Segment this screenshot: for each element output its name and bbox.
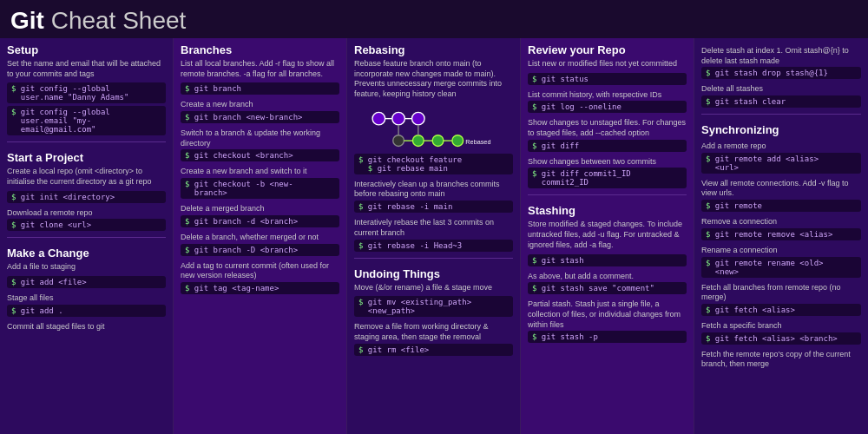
svg-point-9 <box>451 135 463 146</box>
col-review: Review your Repo List new or modified fi… <box>521 38 694 434</box>
title-git: Git <box>10 7 44 34</box>
git-fetch-alias-cmd: $ git fetch <alias> <box>701 304 861 316</box>
svg-point-1 <box>391 112 404 125</box>
delete-any-branch-label: Delete a branch, whether merged or not <box>181 233 339 243</box>
remove-file-label: Remove a file from working directory & s… <box>354 322 513 342</box>
git-diff-cmd: $ git diff <box>528 140 687 152</box>
stashing-title: Stashing <box>528 204 687 217</box>
show-between-commits-label: Show changes between two commits <box>528 157 687 168</box>
stashing-desc: Store modified & staged changes. To incl… <box>528 220 687 250</box>
undoing-title: Undoing Things <box>354 267 513 280</box>
make-change-title: Make a Change <box>7 247 166 260</box>
review-title: Review your Repo <box>528 43 687 56</box>
stage-all-label: Stage all files <box>7 293 166 304</box>
divider-4 <box>528 194 687 195</box>
col-sync: Delete stash at index 1. Omit stash@{n} … <box>694 38 868 434</box>
fetch-all-branches-label: Fetch all branches from remote repo (no … <box>701 283 861 303</box>
review-desc: List new or modified files not yet commi… <box>528 59 687 69</box>
git-rebase-i-head3-cmd: $ git rebase -i Head~3 <box>354 240 513 252</box>
git-remote-remove-cmd: $ git remote remove <alias> <box>701 228 861 240</box>
git-init-cmd: $ git init <directory> <box>7 191 166 203</box>
git-mv-cmd: $ git mv <existing_path> <new_path> <box>354 296 513 317</box>
make-change-desc: Add a file to staging <box>7 262 166 273</box>
git-stash-cmd: $ git stash <box>528 254 687 266</box>
main-grid: Setup Set the name and email that will b… <box>0 38 868 434</box>
git-checkout-b-cmd: $ git checkout -b <new- branch> <box>181 178 339 199</box>
setup-cmd1: $ git config --global user.name "Danny A… <box>7 82 166 103</box>
view-remote-connections-label: View all remote connections. Add -v flag… <box>701 179 861 199</box>
remove-connection-label: Remove a connection <box>701 217 861 227</box>
title-cheatsheet: Cheat Sheet <box>51 7 187 34</box>
git-stash-drop-cmd: $ git stash drop stash@{1} <box>701 67 861 79</box>
interactive-clean-label: Interactively clean up a branches commit… <box>354 180 513 200</box>
git-stash-clear-cmd: $ git stash clear <box>701 95 861 108</box>
git-remote-cmd: $ git remote <box>701 200 861 212</box>
divider-1 <box>7 141 166 142</box>
git-add-file-cmd: $ git add <file> <box>7 276 166 288</box>
svg-text:Rebased: Rebased <box>465 137 490 145</box>
git-log-cmd: $ git log --oneline <box>528 101 687 113</box>
rebase-svg: Rebased <box>360 107 508 150</box>
setup-title: Setup <box>7 43 166 56</box>
commit-staged-label: Commit all staged files to git <box>7 322 166 332</box>
rebasing-desc: Rebase feature branch onto main (to inco… <box>354 59 513 100</box>
branches-desc: List all local branches. Add -r flag to … <box>181 59 339 79</box>
download-remote-label: Download a remote repo <box>7 208 166 219</box>
svg-point-0 <box>372 112 385 125</box>
branches-title: Branches <box>181 43 339 56</box>
svg-point-8 <box>432 135 444 146</box>
stash-drop-desc: Delete stash at index 1. Omit stash@{n} … <box>701 46 861 66</box>
git-clone-cmd: $ git clone <url> <box>7 219 166 231</box>
rebase-diagram: Rebased <box>354 107 513 150</box>
tag-commit-label: Add a tag to current commit (often used … <box>181 261 339 281</box>
add-remote-label: Add a remote repo <box>701 141 861 152</box>
fetch-specific-branch-label: Fetch a specific branch <box>701 321 861 332</box>
git-diff-commits-cmd: $ git diff commit1_ID commit2_ID <box>528 168 687 188</box>
rename-connection-label: Rename a connection <box>701 246 861 256</box>
git-status-cmd: $ git status <box>528 73 687 85</box>
synchronizing-title: Synchronizing <box>701 123 861 136</box>
setup-cmd2: $ git config --global user.email "my- em… <box>7 106 166 135</box>
fetch-remote-copy-label: Fetch the remote repo's copy of the curr… <box>701 350 861 370</box>
git-tag-cmd: $ git tag <tag-name> <box>181 282 339 294</box>
svg-point-6 <box>392 135 404 146</box>
start-project-desc: Create a local repo (omit <directory> to… <box>7 167 166 187</box>
svg-point-7 <box>412 135 424 146</box>
git-rebase-i-main-cmd: $ git rebase -i main <box>354 201 513 213</box>
col-setup: Setup Set the name and email that will b… <box>0 38 174 434</box>
delete-all-stashes-label: Delete all stashes <box>701 84 861 95</box>
create-branch-label: Create a new branch <box>181 100 339 110</box>
stash-comment-label: As above, but add a comment. <box>528 272 687 282</box>
partial-stash-label: Partial stash. Stash just a single file,… <box>528 299 687 330</box>
git-stash-save-cmd: $ git stash save "comment" <box>528 282 687 294</box>
start-project-title: Start a Project <box>7 151 166 164</box>
svg-point-2 <box>411 112 424 125</box>
git-remote-rename-cmd: $ git remote rename <old> <new> <box>701 257 861 278</box>
show-unstaged-label: Show changes to unstaged files. For chan… <box>528 118 687 138</box>
divider-2 <box>7 237 166 238</box>
rebase-last3-label: Interatively rebase the last 3 commits o… <box>354 218 513 238</box>
rebasing-title: Rebasing <box>354 43 513 56</box>
undoing-desc: Move (&/or rename) a file & stage move <box>354 283 513 293</box>
setup-desc: Set the name and email that will be atta… <box>7 59 166 79</box>
create-switch-branch-label: Create a new branch and switch to it <box>181 167 339 177</box>
switch-branch-label: Switch to a branch & update the working … <box>181 128 339 148</box>
git-checkout-feature-cmd: $ git checkout feature $ git rebase main <box>354 154 513 174</box>
git-branch-cmd: $ git branch <box>181 82 339 95</box>
git-rm-cmd: $ git rm <file> <box>354 344 513 356</box>
divider-5 <box>701 114 861 115</box>
list-commit-history-label: List commit history, with respective IDs <box>528 90 687 101</box>
git-branch-D-cmd: $ git branch -D <branch> <box>181 244 339 256</box>
col-rebase: Rebasing Rebase feature branch onto main… <box>347 38 521 434</box>
git-branch-d-cmd: $ git branch -d <branch> <box>181 215 339 227</box>
git-remote-add-cmd: $ git remote add <alias> <url> <box>701 153 861 174</box>
git-fetch-branch-cmd: $ git fetch <alias> <branch> <box>701 332 861 345</box>
header: Git Cheat Sheet <box>0 0 868 38</box>
delete-merged-label: Delete a merged branch <box>181 204 339 214</box>
divider-3 <box>354 258 513 259</box>
git-branch-new-cmd: $ git branch <new-branch> <box>181 111 339 123</box>
git-checkout-cmd: $ git checkout <branch> <box>181 149 339 161</box>
git-stash-p-cmd: $ git stash -p <box>528 331 687 343</box>
col-branches: Branches List all local branches. Add -r… <box>174 38 347 434</box>
git-add-dot-cmd: $ git add . <box>7 305 166 317</box>
